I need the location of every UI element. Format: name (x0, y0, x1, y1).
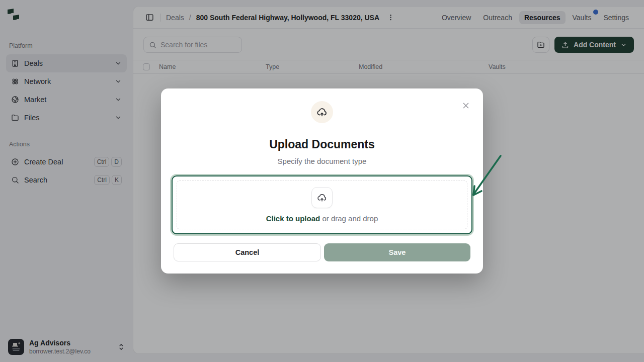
modal-subtitle: Specify the document type (161, 157, 483, 165)
dropzone-inner: Click to upload or drag and drop (177, 180, 467, 229)
close-icon (462, 102, 470, 110)
cloud-upload-icon (317, 193, 327, 203)
modal-header-icon (311, 101, 333, 123)
upload-documents-modal: Upload Documents Specify the document ty… (161, 88, 483, 274)
close-button[interactable] (461, 101, 471, 111)
cloud-upload-icon (316, 107, 328, 118)
modal-actions: Cancel Save (174, 243, 470, 261)
save-button[interactable]: Save (324, 243, 470, 261)
upload-chip (311, 187, 333, 208)
click-to-upload-text: Click to upload (266, 214, 320, 223)
cancel-button[interactable]: Cancel (174, 243, 321, 261)
dropzone-text: Click to upload or drag and drop (266, 214, 378, 223)
file-dropzone[interactable]: Click to upload or drag and drop (172, 175, 472, 234)
modal-title: Upload Documents (161, 138, 483, 151)
drag-drop-text: or drag and drop (320, 214, 378, 223)
